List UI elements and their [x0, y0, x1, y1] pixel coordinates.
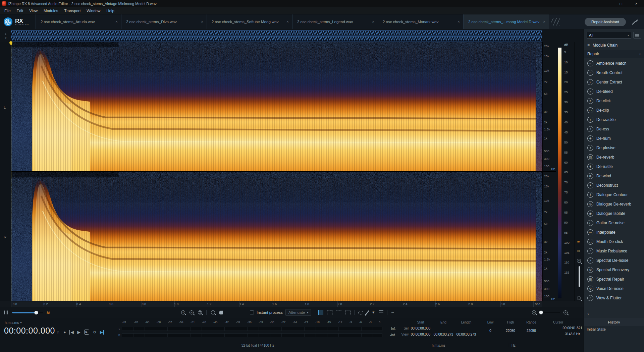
menu-item[interactable]: File	[1, 9, 14, 13]
tab-overflow-icon[interactable]	[551, 18, 560, 25]
file-tab[interactable]: 2 osc check_stems_Softube Moog.wav ×	[207, 14, 292, 29]
magic-wand-tool-icon[interactable]: ✶	[372, 310, 375, 314]
module-item[interactable]: ♫ Music Rebalance	[584, 246, 644, 256]
freq-high-value[interactable]: 22050	[500, 329, 521, 333]
waveform-blend-icon[interactable]: ≋	[577, 240, 580, 244]
process-mode-select[interactable]: Attenuate ▾	[285, 309, 311, 316]
tab-close-icon[interactable]: ×	[543, 19, 545, 24]
module-item[interactable]: ◖ De-plosive	[584, 143, 644, 153]
module-item[interactable]: ♪ De-bleed	[584, 87, 644, 96]
menu-item[interactable]: Transport	[61, 9, 84, 13]
time-selection-tool[interactable]	[318, 310, 323, 315]
spectrogram-right-channel[interactable]	[11, 172, 542, 301]
play-to-end-button[interactable]: ▶	[100, 330, 104, 335]
module-item[interactable]: ≀ De-crackle	[584, 115, 644, 124]
module-item[interactable]: ◉ Dialogue Isolate	[584, 209, 644, 218]
panel-menu-button[interactable]	[633, 32, 641, 39]
tab-close-icon[interactable]: ×	[458, 19, 460, 24]
module-item[interactable]: ✦ Deconstruct	[584, 181, 644, 190]
brush-tool-icon[interactable]	[366, 310, 369, 315]
tab-close-icon[interactable]: ×	[286, 19, 289, 24]
spectrogram-left-channel[interactable]	[11, 42, 542, 171]
hand-tool-icon[interactable]	[219, 311, 223, 314]
menu-item[interactable]: Help	[103, 9, 117, 13]
frequency-ruler-left[interactable]: Hz 20k15k10k7k5k3k2k1.5k1k500300100	[543, 42, 556, 171]
tab-close-icon[interactable]: ×	[115, 19, 118, 24]
freq-low-value[interactable]: 0	[481, 329, 500, 333]
freq-range-value[interactable]: 22050	[521, 329, 542, 333]
file-tab[interactable]: 2 osc check_stems_Legend.wav ×	[292, 14, 378, 29]
record-button[interactable]: ●	[63, 330, 66, 335]
file-tab[interactable]: 2 osc check_stems_...moog Model D.wav ×	[463, 14, 549, 29]
spectrogram-blend-icon[interactable]: |||	[577, 249, 580, 252]
free-selection-tool[interactable]	[345, 310, 351, 315]
module-item[interactable]: ≋ De-wind	[584, 171, 644, 181]
file-tab[interactable]: 2 osc check_stems_Arturia.wav ×	[36, 14, 121, 29]
harmonics-tool-icon[interactable]	[379, 310, 383, 314]
module-item[interactable]: ⊚ Spectral Recovery	[584, 265, 644, 275]
waveform-overview[interactable]	[11, 30, 542, 42]
module-item[interactable]: ▭ De-clip	[584, 106, 644, 115]
history-item[interactable]: Initial State	[587, 327, 641, 331]
module-item[interactable]: ◔ Wow & Flutter	[584, 293, 644, 303]
zoom-selection-icon[interactable]	[198, 310, 202, 314]
overview-zoom-out-icon[interactable]: −	[532, 310, 536, 314]
wave-spec-blend-slider[interactable]	[12, 312, 43, 313]
frequency-ruler-right[interactable]: Hz 20k15k10k7k5k3k2k1.5k1k500300100	[543, 171, 556, 301]
module-item[interactable]: ◎ Dialogue De-reverb	[584, 199, 644, 209]
instant-process-checkbox[interactable]	[250, 310, 254, 314]
sel-length-value[interactable]	[455, 327, 478, 330]
zoom-out-vertical-icon[interactable]: −	[577, 296, 581, 300]
file-tab[interactable]: 2 osc check_stems_Diva.wav ×	[121, 14, 207, 29]
repair-brush-icon[interactable]	[631, 18, 639, 25]
menu-item[interactable]: View	[26, 9, 41, 13]
module-item[interactable]: ✱ De-rustle	[584, 162, 644, 171]
menu-item[interactable]: Modules	[41, 9, 61, 13]
module-item[interactable]: ⊗ De-hum	[584, 134, 644, 143]
minimize-button[interactable]: –	[598, 0, 613, 7]
view-length-value[interactable]: 00:00:03.273	[455, 333, 478, 336]
module-item[interactable]: s De-ess	[584, 124, 644, 134]
play-button[interactable]: ▶	[77, 330, 80, 335]
level-meter-icon[interactable]	[4, 311, 9, 314]
zoom-out-time-icon[interactable]: −	[190, 310, 194, 314]
vertical-scrollbar[interactable]	[579, 266, 580, 287]
zoom-in-vertical-icon[interactable]: +	[577, 259, 581, 263]
overview-zoom-slider[interactable]	[539, 312, 560, 313]
lasso-tool-icon[interactable]	[358, 311, 363, 314]
close-button[interactable]: ×	[629, 0, 644, 7]
sel-end-value[interactable]	[432, 327, 455, 330]
file-tab[interactable]: 2 osc check_stems_Monark.wav ×	[378, 14, 463, 29]
collapse-overview-down-icon[interactable]: «	[4, 37, 7, 39]
module-item[interactable]: ∧ Spectral De-noise	[584, 256, 644, 265]
module-item[interactable]: ▦ Spectral Repair	[584, 275, 644, 284]
category-select[interactable]: Repair ▾	[584, 50, 644, 58]
module-item[interactable]: ∼ Breath Control	[584, 68, 644, 77]
module-item[interactable]: ◐ Center Extract	[584, 77, 644, 87]
time-frequency-selection-tool[interactable]	[327, 310, 332, 315]
module-item[interactable]: ∮ Dialogue Contour	[584, 190, 644, 199]
play-selection-button[interactable]: ▶	[84, 330, 89, 335]
overview-zoom-in-icon[interactable]: +	[564, 310, 568, 314]
menu-item[interactable]: Window	[84, 9, 103, 13]
spectrogram-view[interactable]	[11, 42, 542, 301]
tab-close-icon[interactable]: ×	[201, 19, 203, 24]
module-filter-select[interactable]: All ▾	[587, 32, 631, 39]
module-item[interactable]: ▤ De-reverb	[584, 153, 644, 162]
maximize-button[interactable]: □	[613, 0, 629, 7]
zoom-tool-icon[interactable]	[211, 310, 215, 314]
module-item[interactable]: ✶ De-click	[584, 96, 644, 106]
module-item[interactable]: ⋯ Interpolate	[584, 228, 644, 237]
repair-assistant-button[interactable]: Repair Assistant	[585, 18, 626, 26]
spectrogram-icon[interactable]: ≋	[46, 310, 50, 315]
module-chain-item[interactable]: ≡ Module Chain	[584, 41, 644, 50]
frequency-selection-tool[interactable]	[336, 310, 341, 315]
menu-item[interactable]: Edit	[14, 9, 26, 13]
monitor-button[interactable]: ∩	[56, 330, 60, 335]
zoom-in-time-icon[interactable]: +	[181, 310, 185, 314]
view-start-value[interactable]: 00:00:00.000	[409, 333, 432, 336]
module-item[interactable]: ♩ Guitar De-noise	[584, 218, 644, 228]
module-item[interactable]: ⊙ Voice De-noise	[584, 284, 644, 293]
time-ruler[interactable]: sec 0.00.20.40.60.81.01.21.41.61.82.02.2…	[11, 301, 542, 307]
module-item[interactable]: ≈ Ambience Match	[584, 59, 644, 68]
